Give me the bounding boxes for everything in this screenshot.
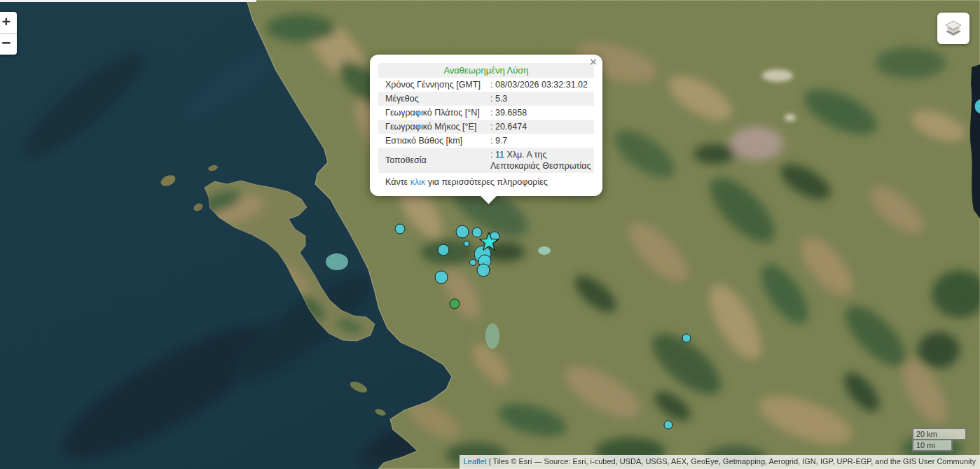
popup-title: Αναθεωρημένη Λύση [378,63,594,78]
more-info-link[interactable]: κλικ [410,177,426,187]
popup-row-value: : 39.6858 [486,106,594,120]
earthquake-marker[interactable] [395,224,405,234]
map-viewport[interactable]: + − × Αναθεωρημένη Λύση Χρόνος Γέννησης … [0,0,980,469]
popup-row-label: Γεωγραφικό Πλάτος [°N] [378,106,486,120]
popup-row-label: Γεωγραφικό Μήκος [°E] [378,120,486,134]
attribution-bar: Leaflet | Tiles © Esri — Source: Esri, i… [460,455,980,469]
zoom-control: + − [0,12,17,55]
scale-mi: 10 mi [912,440,953,451]
earthquake-marker[interactable] [472,227,482,237]
popup-row-label: Χρόνος Γέννησης [GMT] [378,78,486,92]
leaflet-link[interactable]: Leaflet [464,457,487,465]
popup-row: Γεωγραφικό Πλάτος [°N]: 39.6858 [378,106,594,120]
earthquake-marker[interactable] [456,225,469,238]
popup-close-button[interactable]: × [590,57,597,67]
popup-row-value: : 9.7 [486,134,594,148]
zoom-in-button[interactable]: + [0,12,17,34]
earthquake-marker[interactable] [470,260,476,266]
earthquake-marker[interactable] [464,241,469,246]
footer-text-prefix: Κάντε [385,177,410,187]
popup-row: Μέγεθος: 5.3 [378,92,594,106]
layers-control-button[interactable] [937,13,969,44]
popup-row-value: : 08/03/2026 03:32:31.02 [486,78,594,92]
tile-edge-sliver [0,0,256,2]
layers-icon [943,18,964,39]
attribution-text: Tiles © Esri — Source: Esri, i-cubed, US… [492,457,976,465]
popup-row-value: : 5.3 [486,92,594,106]
map-application: { "controls": { "zoom_in": "+", "zoom_ou… [0,0,980,469]
popup-row: Τοποθεσία: 11 Χλμ. Α της Λεπτοκαριάς Θεσ… [378,148,594,173]
popup-row-value: : 20.6474 [486,120,594,134]
earthquake-popup: × Αναθεωρημένη Λύση Χρόνος Γέννησης [GMT… [370,55,602,196]
earthquake-marker[interactable] [450,299,460,309]
earthquake-details-table: Αναθεωρημένη Λύση Χρόνος Γέννησης [GMT]:… [378,63,594,173]
footer-text-suffix: για περισσότερες πληροφορίες [425,177,548,187]
popup-row-label: Εστιακό Βάθος [km] [378,134,486,148]
earthquake-marker[interactable] [477,264,490,276]
popup-row-label: Τοποθεσία [378,148,486,173]
earthquake-marker[interactable] [682,334,691,342]
popup-row: Γεωγραφικό Μήκος [°E]: 20.6474 [378,120,594,134]
popup-row-label: Μέγεθος [378,92,486,106]
popup-row-value: : 11 Χλμ. Α της Λεπτοκαριάς Θεσπρωτίας [486,148,594,173]
scale-control: 20 km 10 mi [912,428,967,451]
earthquake-marker[interactable] [435,271,448,284]
earthquake-marker[interactable] [664,421,672,429]
zoom-out-button[interactable]: − [0,34,17,55]
popup-content: Αναθεωρημένη Λύση Χρόνος Γέννησης [GMT]:… [378,63,594,189]
popup-row: Εστιακό Βάθος [km]: 9.7 [378,134,594,148]
popup-row: Χρόνος Γέννησης [GMT]: 08/03/2026 03:32:… [378,78,594,92]
scale-km: 20 km [912,428,967,440]
popup-footer: Κάντε κλικ για περισσότερες πληροφορίες [378,173,594,189]
earthquake-marker[interactable] [438,244,449,255]
